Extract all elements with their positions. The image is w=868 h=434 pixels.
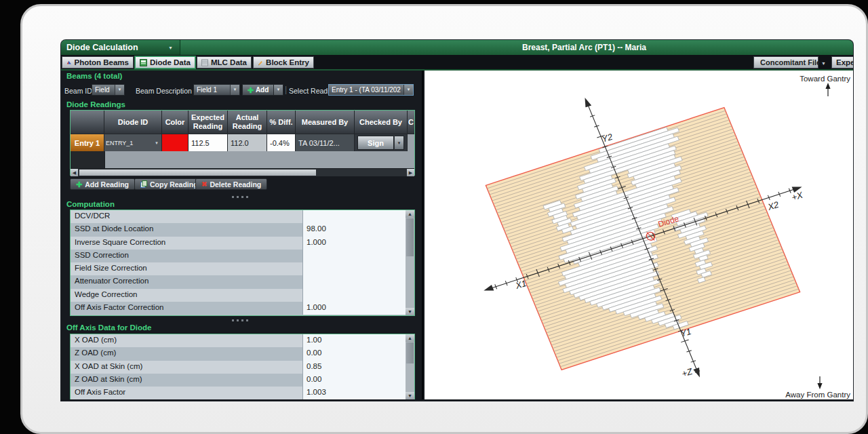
row-value[interactable]: 1.000 [302,237,414,250]
row-label: Inverse Square Correction [71,237,302,250]
row-value[interactable] [302,262,414,275]
svg-text:+Z: +Z [680,366,694,379]
row-value[interactable]: 0.85 [302,361,414,374]
row-label: Wedge Correction [71,289,302,302]
vertical-scrollbar[interactable]: ▲ ▼ [406,210,414,315]
expected-reading-cell[interactable]: 112.5 [189,134,228,151]
row-value[interactable]: 1.000 [302,302,414,315]
table-row: Off Axis Factor1.003 [71,387,414,399]
scroll-down-icon[interactable]: ▼ [406,392,414,399]
scroll-left-icon[interactable]: ◀ [71,169,78,176]
diode-readings-header: Diode Readings [66,100,125,108]
chevron-down-icon: ▼ [168,45,173,50]
diode-id-select[interactable]: ENTRY_1▼ [104,134,162,151]
row-label: Off Axis Factor [71,387,302,399]
table-row: Off Axis Factor Correction1.000 [71,302,414,315]
entry-row-header[interactable]: Entry 1 [71,134,104,151]
tab-expected[interactable]: Expecte [831,56,853,68]
splitter-grip[interactable] [232,319,250,321]
row-value[interactable]: 0.00 [302,347,414,360]
desktop-card: Diode Calculation ▼ Breast, Partial Arc … [20,4,868,434]
row-label: Attenuator Correction [71,275,302,288]
add-beam-button[interactable]: ✚Add ▼ [242,84,283,96]
plus-icon: ✚ [76,181,82,188]
tab-block-entry[interactable]: Block Entry [253,56,314,68]
splitter-grip[interactable] [232,196,250,198]
row-label: Field Size Correction [71,262,302,275]
mlc-icon [201,59,208,66]
beam-description-select[interactable]: Field 1▼ [193,84,240,96]
row-value[interactable]: 0.00 [302,374,414,387]
chevron-down-icon: ▼ [155,141,160,145]
copy-icon [140,180,147,188]
row-label: DCV/DCR [71,210,302,223]
row-value[interactable]: 1.003 [302,387,414,399]
row-value[interactable]: 98.00 [302,223,414,236]
row-value[interactable]: 1.00 [302,334,414,347]
readings-header-row: Diode ID Color Expected Reading Actual R… [71,111,414,134]
empty-row [71,151,414,168]
copy-reading-button[interactable]: Copy Reading [134,178,204,190]
row-value[interactable] [302,275,414,288]
add-reading-button[interactable]: ✚ Add Reading [70,178,135,190]
beams-section-header: Beams (4 total) [66,72,122,80]
sign-dropdown[interactable]: ▼ [395,136,404,150]
scroll-down-icon[interactable]: ▼ [406,308,414,315]
app-menu-dropdown[interactable]: Diode Calculation ▼ [61,40,180,55]
app-menu-label: Diode Calculation [66,43,138,52]
computation-table: DCV/DCRSSD at Diode Location98.00Inverse… [70,210,415,316]
row-label: X OAD at Skin (cm) [71,361,302,374]
separator: | [285,85,287,94]
horizontal-scrollbar[interactable]: ◀ ▶ [71,168,414,176]
table-row: X OAD at Skin (cm)0.85 [71,361,414,374]
svg-text:+X: +X [790,189,804,202]
scroll-up-icon[interactable]: ▲ [406,334,414,342]
table-row: DCV/DCR [71,210,414,223]
sign-button[interactable]: Sign [357,136,394,150]
off-axis-header: Off Axis Data for Diode [66,323,151,332]
row-label: SSD Correction [71,250,302,262]
x-icon: ✖ [201,181,207,188]
row-value[interactable] [302,289,414,302]
scrollbar-thumb[interactable] [79,170,316,176]
row-label: X OAD (cm) [71,334,302,347]
beam-id-select[interactable]: Field▼ [92,84,125,96]
chevron-down-icon: ▼ [230,85,239,95]
scrollbar-thumb[interactable] [406,342,414,363]
table-row: Field Size Correction [71,262,414,275]
table-row: X OAD (cm)1.00 [71,334,414,347]
diode-data-panel: Beams (4 total) Beam ID Field▼ Beam Desc… [61,71,423,399]
concomitant-files-button[interactable]: Concomitant Files [753,56,818,68]
table-row: Inverse Square Correction1.000 [71,237,414,250]
scrollbar-thumb[interactable] [406,218,414,256]
svg-text:X2: X2 [766,199,781,213]
vertical-scrollbar[interactable]: ▲ ▼ [406,334,414,399]
scroll-up-icon[interactable]: ▲ [406,210,414,218]
cut-cell [408,134,414,151]
color-swatch[interactable] [162,134,189,151]
actual-reading-cell[interactable]: 112.0 [228,134,267,151]
pencil-icon [258,58,263,66]
row-value[interactable] [302,210,414,223]
bev-panel: DiodeY2X1X2Y1+X+ZToward GantryAway From … [425,71,853,399]
diode-sheet-icon [140,59,147,66]
svg-text:Toward Gantry: Toward Gantry [800,75,850,83]
beam-id-label: Beam ID [64,87,92,95]
off-axis-rows: X OAD (cm)1.00Z OAD (cm)0.00X OAD at Ski… [71,334,414,399]
scroll-right-icon[interactable]: ▶ [407,169,414,176]
tab-photon-beams[interactable]: Photon Beams [62,56,134,68]
tab-diode-data[interactable]: Diode Data [135,56,195,68]
app-window: Diode Calculation ▼ Breast, Partial Arc … [61,40,853,401]
delete-reading-button[interactable]: ✖ Delete Reading [195,178,267,190]
select-reading-select[interactable]: Entry 1 - (TA 03/11/202▼ [328,84,414,96]
computation-rows: DCV/DCRSSD at Diode Location98.00Inverse… [71,210,414,315]
table-row: Z OAD (cm)0.00 [71,347,414,360]
tab-mlc-data[interactable]: MLC Data [197,56,252,68]
measured-by-cell[interactable]: TA 03/11/2... [296,134,355,151]
table-row: SSD at Diode Location98.00 [71,223,414,236]
add-beam-dropdown[interactable]: ▼ [274,84,283,96]
row-value[interactable] [302,250,414,262]
table-row: SSD Correction [71,250,414,262]
row-label: Z OAD (cm) [71,347,302,360]
concomitant-caret-icon[interactable]: ▼ [821,61,826,66]
